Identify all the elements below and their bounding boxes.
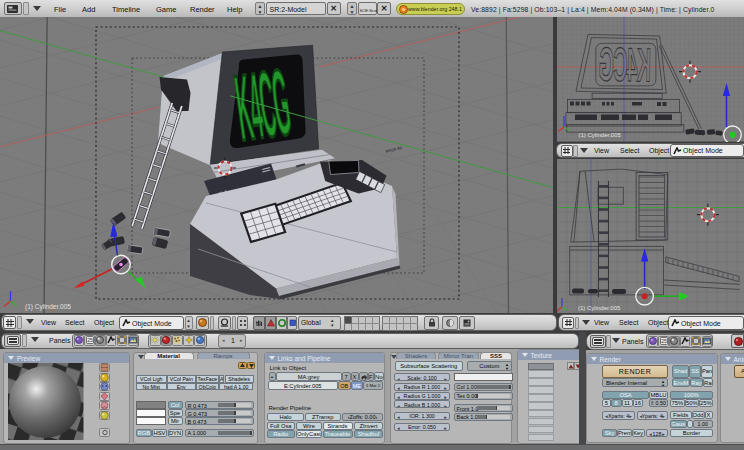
svg-text:(1) Cylinder.005: (1) Cylinder.005 — [578, 304, 621, 310]
svg-text:(1) Cylinder.005: (1) Cylinder.005 — [579, 132, 622, 138]
svg-text:K4CG: K4CG — [599, 37, 652, 91]
svg-text:25: 25 — [87, 337, 93, 343]
svg-text:(1) Cylinder.005: (1) Cylinder.005 — [25, 303, 71, 311]
svg-text:25: 25 — [661, 338, 667, 344]
